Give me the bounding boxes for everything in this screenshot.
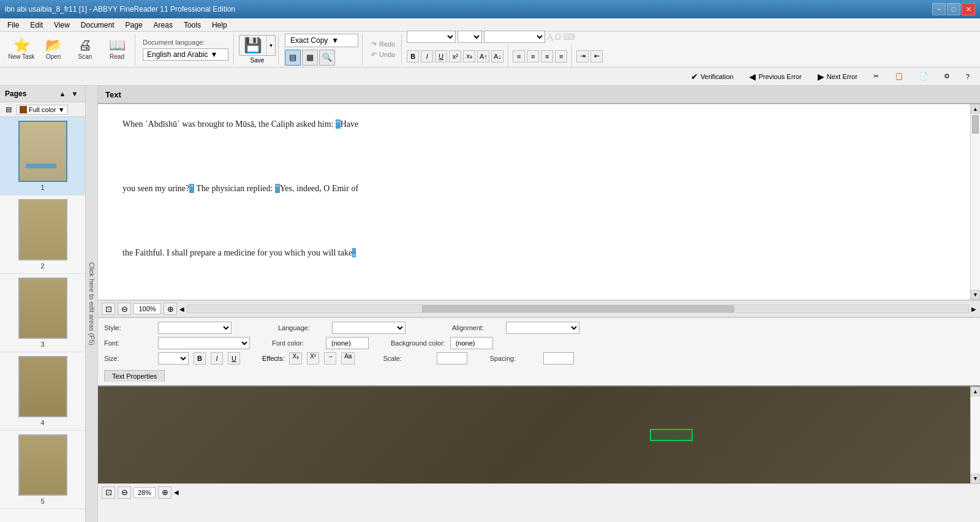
menu-view[interactable]: View xyxy=(49,20,75,31)
underline-prop-button[interactable]: U xyxy=(228,352,240,365)
properties-panel: Style: Language: Alignment: Font: Font c… xyxy=(98,317,980,385)
scan-scroll-up[interactable]: ▲ xyxy=(971,387,980,396)
spacing-input[interactable] xyxy=(543,352,574,365)
maximize-button[interactable]: □ xyxy=(947,3,960,15)
font-dropdown[interactable] xyxy=(158,337,250,349)
save-dropdown-arrow[interactable]: ▼ xyxy=(266,36,275,55)
page-item-5[interactable]: 5 xyxy=(0,431,85,509)
menu-help[interactable]: Help xyxy=(207,20,232,31)
pages-up-button[interactable]: ▲ xyxy=(57,88,68,99)
text-paragraph-3: the Faithful. I shall prepare a medicine… xyxy=(123,245,956,260)
scan-arrow-left[interactable]: ◀ xyxy=(174,489,179,496)
superscript-effect-button[interactable]: X² xyxy=(307,352,319,365)
page-item-1[interactable]: 1 xyxy=(0,117,85,195)
subscript-button[interactable]: x₂ xyxy=(463,50,475,62)
menu-file[interactable]: File xyxy=(2,20,24,31)
mode-dropdown[interactable]: Exact Copy ▼ xyxy=(285,34,358,47)
text-properties-tab[interactable]: Text Properties xyxy=(104,370,165,382)
pages-down-button[interactable]: ▼ xyxy=(69,88,80,99)
align-left-button[interactable]: ≡ xyxy=(513,50,525,62)
alignment-dropdown[interactable] xyxy=(506,322,579,334)
style-dropdown[interactable] xyxy=(158,322,232,334)
menu-document[interactable]: Document xyxy=(76,20,119,31)
zoom-in-button[interactable]: ⊕ xyxy=(164,303,177,315)
new-task-label: New Task xyxy=(8,53,34,60)
font-style-dropdown[interactable] xyxy=(458,31,482,43)
font-color-picker[interactable]: (none) xyxy=(326,337,369,349)
background-color-picker[interactable]: (none) xyxy=(450,337,493,349)
scroll-down-arrow[interactable]: ▼ xyxy=(971,290,980,300)
zoom-arrow-left[interactable]: ◀ xyxy=(179,306,184,312)
menu-page[interactable]: Page xyxy=(121,20,148,31)
bold-button[interactable]: B xyxy=(407,50,419,62)
indent-button[interactable]: ⇥ xyxy=(576,50,589,62)
text-editor[interactable]: When `Abdīshū` was brought to Mūsā, the … xyxy=(98,104,980,300)
subscript-effect-button[interactable]: X₁ xyxy=(289,352,302,365)
mode-btn-3[interactable]: 🔍 xyxy=(319,50,335,66)
doc-language-dropdown[interactable]: English and Arabic ▼ xyxy=(143,48,228,61)
new-task-button[interactable]: ⭐ New Task xyxy=(6,36,37,64)
justify-button[interactable]: ≡ xyxy=(555,50,567,62)
italic-button[interactable]: I xyxy=(421,50,433,62)
horizontal-scroll[interactable] xyxy=(187,304,969,313)
italic-prop-button[interactable]: I xyxy=(211,352,223,365)
menu-areas[interactable]: Areas xyxy=(149,20,178,31)
open-label: Open xyxy=(46,53,61,60)
page-item-2[interactable]: 2 xyxy=(0,195,85,274)
cut-button[interactable]: ✂ xyxy=(868,70,884,82)
save-button[interactable]: 💾 xyxy=(239,36,266,55)
size-dropdown[interactable] xyxy=(158,352,189,365)
read-button[interactable]: 📖 Read xyxy=(102,36,132,64)
font-size-dropdown[interactable] xyxy=(484,31,545,43)
scan-zoom-out-button[interactable]: ⊖ xyxy=(118,486,131,499)
language-dropdown[interactable] xyxy=(332,322,405,334)
settings-button[interactable]: ⚙ xyxy=(938,70,956,82)
zoom-out-button[interactable]: ⊖ xyxy=(118,303,131,315)
fit-page-button[interactable]: ⊡ xyxy=(102,303,115,315)
align-center-button[interactable]: ≡ xyxy=(527,50,539,62)
separator xyxy=(508,44,508,69)
scan-zoom-in-button[interactable]: ⊕ xyxy=(158,486,172,499)
copy-button[interactable]: 📋 xyxy=(889,70,909,82)
strikethrough-button[interactable]: → xyxy=(324,352,336,365)
page-item-3[interactable]: 3 xyxy=(0,274,85,352)
mode-btn-2[interactable]: ▦ xyxy=(302,50,318,66)
decrease-size-button[interactable]: A↓ xyxy=(491,50,503,62)
scale-input[interactable] xyxy=(437,352,467,365)
minimize-button[interactable]: − xyxy=(932,3,946,15)
redo-button[interactable]: ↷ Redo xyxy=(369,40,398,49)
close-button[interactable]: ✕ xyxy=(962,3,975,15)
page-item-4[interactable]: 4 xyxy=(0,352,85,431)
font-family-dropdown[interactable] xyxy=(407,31,456,43)
scan-scrollbar[interactable]: ▲ ▼ xyxy=(970,387,980,483)
increase-size-button[interactable]: A↑ xyxy=(477,50,489,62)
scale-label: Scale: xyxy=(383,355,432,362)
sidebar-toggle[interactable]: Click here to edit areas (F5) xyxy=(86,86,98,522)
menu-edit[interactable]: Edit xyxy=(25,20,48,31)
scan-fit-button[interactable]: ⊡ xyxy=(102,486,115,499)
align-right-button[interactable]: ≡ xyxy=(541,50,553,62)
text-scrollbar[interactable]: ▲ ▼ xyxy=(970,104,980,300)
open-button[interactable]: 📂 Open xyxy=(38,36,69,64)
color-mode-button[interactable]: Full color ▼ xyxy=(17,105,68,115)
superscript-button[interactable]: x² xyxy=(449,50,461,62)
allcaps-button[interactable]: Aa xyxy=(341,352,355,365)
scroll-thumb[interactable] xyxy=(972,115,979,134)
undo-button[interactable]: ↶ Undo xyxy=(369,50,398,59)
next-error-button[interactable]: ▶ Next Error xyxy=(812,70,863,83)
scan-scroll-down[interactable]: ▼ xyxy=(971,474,980,483)
outdent-button[interactable]: ⇤ xyxy=(590,50,603,62)
scroll-up-arrow[interactable]: ▲ xyxy=(971,104,980,114)
mode-btn-1[interactable]: ▤ xyxy=(285,50,301,66)
previous-error-button[interactable]: ◀ Previous Error xyxy=(744,70,807,83)
page-view-small-button[interactable]: ▤ xyxy=(2,104,15,115)
underline-button[interactable]: U xyxy=(435,50,447,62)
menu-tools[interactable]: Tools xyxy=(179,20,206,31)
help-verif-button[interactable]: ? xyxy=(960,71,975,82)
toolbar: ⭐ New Task 📂 Open 🖨 Scan 📖 Read Document… xyxy=(0,32,980,67)
bold-prop-button[interactable]: B xyxy=(194,352,206,365)
paste-button[interactable]: 📄 xyxy=(914,70,933,82)
scan-button[interactable]: 🖨 Scan xyxy=(70,36,100,64)
verification-button[interactable]: ✔ Verification xyxy=(685,70,739,83)
zoom-arrow-right[interactable]: ▶ xyxy=(971,306,976,312)
